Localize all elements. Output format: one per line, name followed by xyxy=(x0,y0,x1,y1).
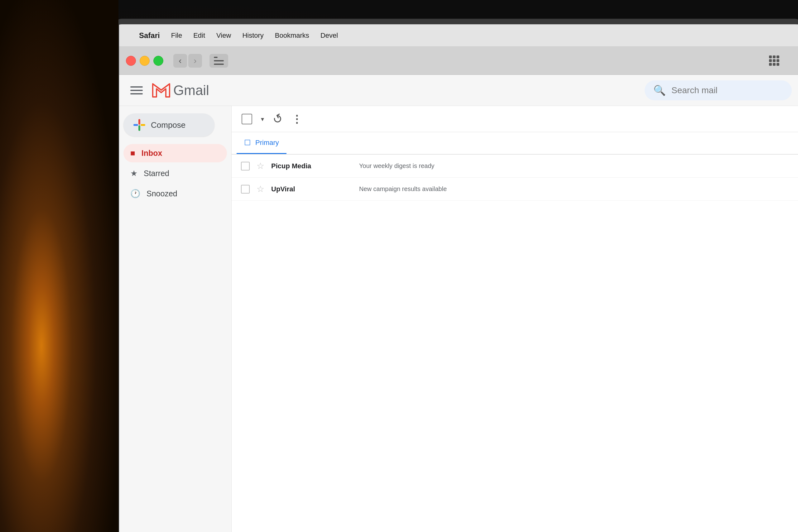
svg-rect-0 xyxy=(214,57,217,58)
svg-rect-10 xyxy=(773,63,776,66)
svg-rect-15 xyxy=(140,124,145,126)
email-sender: UpViral xyxy=(271,185,352,193)
starred-label: Starred xyxy=(144,169,169,178)
svg-rect-12 xyxy=(138,119,140,125)
tab-primary[interactable]: ☐ Primary xyxy=(236,132,286,154)
gmail-sidebar: Compose ■ Inbox ★ Starred 🕐 Snoozed xyxy=(119,106,231,532)
sidebar-toggle-icon xyxy=(214,57,224,65)
gmail-m-icon xyxy=(152,83,170,98)
grid-icon xyxy=(769,56,780,66)
select-all-checkbox[interactable] xyxy=(242,114,252,125)
grid-view-button[interactable] xyxy=(766,53,782,69)
gmail-text: Gmail xyxy=(173,82,209,98)
traffic-lights xyxy=(126,56,163,66)
svg-rect-9 xyxy=(769,63,772,66)
clock-icon: 🕐 xyxy=(130,189,140,198)
chevron-right-icon: › xyxy=(194,56,196,66)
svg-rect-6 xyxy=(769,59,772,62)
chevron-left-icon: ‹ xyxy=(178,56,182,66)
hamburger-line xyxy=(130,93,143,94)
search-icon: 🔍 xyxy=(653,84,666,96)
svg-rect-11 xyxy=(777,63,779,66)
back-button[interactable]: ‹ xyxy=(173,54,187,68)
more-options-button[interactable]: ⋮ xyxy=(291,113,301,125)
email-toolbar: ▾ ↺ ⋮ xyxy=(232,106,798,132)
edit-menu[interactable]: Edit xyxy=(193,32,205,40)
svg-rect-2 xyxy=(214,63,224,65)
svg-rect-13 xyxy=(138,125,140,131)
hamburger-menu-button[interactable] xyxy=(129,82,145,98)
sidebar-toggle-button[interactable] xyxy=(209,54,228,68)
laptop-frame: Safari File Edit View History Bookmarks … xyxy=(115,19,798,532)
hamburger-line xyxy=(130,90,143,91)
email-row[interactable]: ☆ UpViral New campaign results available xyxy=(232,178,798,201)
nav-buttons: ‹ › xyxy=(173,54,202,68)
select-dropdown-arrow[interactable]: ▾ xyxy=(261,115,264,123)
background-left xyxy=(0,0,118,532)
hamburger-line xyxy=(130,86,143,88)
svg-rect-14 xyxy=(133,124,138,126)
sidebar-item-inbox[interactable]: ■ Inbox xyxy=(124,144,227,163)
email-subject: Your weekly digest is ready xyxy=(359,163,792,170)
svg-rect-1 xyxy=(214,60,224,61)
compose-plus-icon xyxy=(133,119,145,131)
macos-menu-bar: Safari File Edit View History Bookmarks … xyxy=(119,24,798,47)
safari-menu[interactable]: Safari xyxy=(139,31,160,40)
primary-tab-label: Primary xyxy=(255,139,279,147)
email-star-icon[interactable]: ☆ xyxy=(256,161,264,171)
gmail-logo: Gmail xyxy=(152,82,209,98)
close-button[interactable] xyxy=(126,56,136,66)
compose-label: Compose xyxy=(151,120,186,130)
svg-rect-3 xyxy=(769,56,772,58)
search-bar[interactable]: 🔍 xyxy=(645,80,792,100)
refresh-button[interactable]: ↺ xyxy=(270,110,286,127)
email-list: ☆ Picup Media Your weekly digest is read… xyxy=(232,155,798,532)
sidebar-item-snoozed[interactable]: 🕐 Snoozed xyxy=(124,185,227,203)
develop-menu[interactable]: Devel xyxy=(320,32,338,40)
forward-button[interactable]: › xyxy=(188,54,202,68)
email-subject: New campaign results available xyxy=(359,186,792,193)
star-icon: ★ xyxy=(130,169,137,178)
email-row[interactable]: ☆ Picup Media Your weekly digest is read… xyxy=(232,155,798,178)
email-sender: Picup Media xyxy=(271,162,352,170)
email-checkbox[interactable] xyxy=(241,185,250,193)
svg-rect-7 xyxy=(773,59,776,62)
gmail-app: Gmail 🔍 xyxy=(119,75,798,532)
svg-rect-8 xyxy=(777,59,779,62)
inbox-label: Inbox xyxy=(141,149,163,158)
email-list-area: ▾ ↺ ⋮ ☐ Primary ☆ xyxy=(231,106,798,532)
view-menu[interactable]: View xyxy=(216,32,231,40)
file-menu[interactable]: File xyxy=(171,32,182,40)
email-checkbox[interactable] xyxy=(241,162,250,170)
snoozed-label: Snoozed xyxy=(147,189,177,198)
primary-tab-icon: ☐ xyxy=(244,138,251,147)
email-star-icon[interactable]: ☆ xyxy=(256,184,264,194)
svg-rect-5 xyxy=(777,56,779,58)
svg-rect-4 xyxy=(773,56,776,58)
maximize-button[interactable] xyxy=(153,56,163,66)
gmail-header: Gmail 🔍 xyxy=(119,75,798,106)
search-input[interactable] xyxy=(671,86,783,95)
bookmarks-menu[interactable]: Bookmarks xyxy=(275,32,309,40)
email-tabs: ☐ Primary xyxy=(232,132,798,155)
browser-chrome: ‹ › xyxy=(119,47,798,75)
compose-button[interactable]: Compose xyxy=(124,113,214,136)
minimize-button[interactable] xyxy=(140,56,150,66)
inbox-icon: ■ xyxy=(130,148,135,158)
sidebar-item-starred[interactable]: ★ Starred xyxy=(124,164,227,183)
gmail-body: Compose ■ Inbox ★ Starred 🕐 Snoozed xyxy=(119,106,798,532)
history-menu[interactable]: History xyxy=(242,32,263,40)
